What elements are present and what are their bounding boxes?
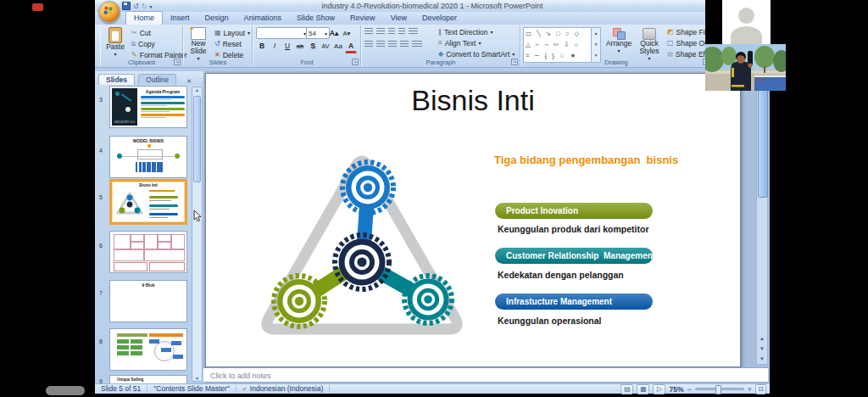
qat-dropdown-icon[interactable]: ▾ <box>149 3 152 9</box>
group-label-drawing: Drawing <box>521 59 711 66</box>
normal-view-button[interactable]: ▤ <box>620 384 633 394</box>
font-color-button[interactable]: A <box>345 40 357 53</box>
pill-product-inovation[interactable]: Product Inovation <box>495 203 653 219</box>
video-call-overlay <box>705 0 786 91</box>
zoom-in-icon[interactable]: + <box>748 385 752 394</box>
text-shadow-button[interactable]: S <box>307 40 319 52</box>
new-slide-button[interactable]: New Slide ▾ <box>186 27 211 63</box>
font-size-combo[interactable]: 54▾ <box>306 27 330 39</box>
slide-scrollbar-thumb[interactable] <box>758 89 768 198</box>
language-status[interactable]: ✓ Indonesian (Indonesia) <box>236 385 330 393</box>
slide-thumbnail-5-selected[interactable]: Bisnis Inti <box>109 179 187 225</box>
desc-product-inovation[interactable]: Keunggulan produk dari kompetitor <box>498 224 649 234</box>
group-label-slides: Slides <box>184 59 252 66</box>
slide-title[interactable]: Bisnis Inti <box>206 84 740 117</box>
tab-developer[interactable]: Developer <box>415 12 465 25</box>
next-slide-icon[interactable]: ▼ <box>757 344 767 354</box>
justify-icon[interactable] <box>400 41 409 48</box>
fit-to-window-icon[interactable]: ⊡ <box>755 384 766 394</box>
slide-scrollbar[interactable]: ▲ ▲ ▼ ▼ <box>756 73 768 365</box>
tab-design[interactable]: Design <box>198 12 236 25</box>
participant-avatar-tile[interactable] <box>722 0 771 44</box>
slideshow-button[interactable]: ▷ <box>653 384 665 394</box>
clipboard-dialog-launcher-icon[interactable]: ↘ <box>174 59 181 65</box>
increase-indent-icon[interactable] <box>398 28 405 35</box>
shapes-scrollbar[interactable]: ▲▼▼ <box>591 27 601 63</box>
save-icon[interactable] <box>122 2 131 10</box>
tab-home[interactable]: Home <box>125 11 163 25</box>
align-right-icon[interactable] <box>388 41 397 48</box>
scroll-down-icon[interactable]: ▼ <box>757 355 767 364</box>
strikethrough-button[interactable]: ab <box>294 40 306 52</box>
zoom-level: 75% <box>669 385 683 394</box>
office-button[interactable] <box>98 1 120 23</box>
slide-thumbnail-6[interactable] <box>109 231 187 273</box>
slide-subheading[interactable]: Tiga bidang pengembangan bisnis <box>494 154 678 166</box>
italic-button[interactable]: I <box>269 40 281 52</box>
zoom-slider[interactable] <box>695 388 744 390</box>
pill-infrastructure[interactable]: Infrastucture Management <box>495 294 653 310</box>
reset-button[interactable]: ↺ Reset <box>213 38 252 49</box>
slides-panel: Slides Outline ✕ 3 INDUSTRY 4.0 Agenda P… <box>95 71 204 383</box>
notes-pane[interactable]: Click to add notes <box>203 367 768 383</box>
align-center-icon[interactable] <box>376 41 385 48</box>
previous-slide-icon[interactable]: ▲ <box>757 334 767 344</box>
zoom-out-icon[interactable]: − <box>687 385 691 394</box>
slide-thumbnail-8[interactable] <box>109 328 187 371</box>
layout-button[interactable]: ▦ Layout ▾ <box>213 27 252 38</box>
quick-styles-button[interactable]: Quick Styles ▾ <box>635 28 664 63</box>
shapes-gallery[interactable]: ▭ ╲ ↘ □ ○ ◇ △ ⌐ ¬ ⇦ ⇩ ⌂ ≈ ∼ { } ☆ ★ <box>523 27 594 63</box>
copy-button[interactable]: ⧉ Copy <box>130 38 189 49</box>
tab-insert[interactable]: Insert <box>163 12 198 25</box>
undo-icon[interactable]: ↺ <box>133 3 139 10</box>
zoom-slider-thumb[interactable] <box>715 385 721 394</box>
window-title: industry 4.0-Revolution-biomedical 2020 … <box>321 2 542 10</box>
paste-dropdown-icon[interactable]: ▾ <box>114 51 116 59</box>
tab-review[interactable]: Review <box>342 12 383 25</box>
tab-outline[interactable]: Outline <box>138 74 176 85</box>
slide-master-name: "Contents Slide Master" <box>147 385 236 393</box>
tab-slide-show[interactable]: Slide Show <box>289 12 342 25</box>
tab-animations[interactable]: Animations <box>236 12 290 25</box>
grow-font-button[interactable]: A▴ <box>328 27 340 39</box>
slide-sorter-button[interactable]: ▦ <box>637 384 649 394</box>
gear-triangle-diagram[interactable] <box>247 138 477 347</box>
thumb3-title: Agenda Program <box>141 89 185 94</box>
participant-video-tile[interactable] <box>705 44 786 91</box>
text-direction-button[interactable]: ∥ Text Direction ▾ <box>437 26 516 37</box>
numbering-icon[interactable] <box>376 28 385 35</box>
shrink-font-button[interactable]: A▾ <box>341 27 353 39</box>
bold-button[interactable]: B <box>256 40 268 52</box>
paste-button[interactable]: Paste ▾ <box>103 27 127 59</box>
paragraph-dialog-launcher-icon[interactable]: ↘ <box>511 59 518 65</box>
recording-indicator-icon <box>32 3 43 11</box>
pill-customer-relationship[interactable]: Customer Relationship Management <box>495 248 653 264</box>
tab-slides-thumbnails[interactable]: Slides <box>98 74 135 85</box>
bullets-icon[interactable] <box>364 28 373 35</box>
decrease-indent-icon[interactable] <box>388 28 395 35</box>
slide-thumbnail-4[interactable]: MODEL BISNIS <box>109 136 187 178</box>
change-case-button[interactable]: Aa <box>332 40 344 52</box>
font-dialog-launcher-icon[interactable]: ↘ <box>352 59 359 65</box>
slide-thumbnail-9[interactable]: Unique Selling <box>109 375 187 383</box>
desc-infrastructure[interactable]: Keunggulan operasional <box>498 316 602 326</box>
slide-canvas[interactable]: Bisnis Inti <box>205 73 741 367</box>
arrange-button[interactable]: Arrange ▾ <box>604 28 633 55</box>
align-text-button[interactable]: ≡ Align Text ▾ <box>437 37 516 48</box>
columns-icon[interactable] <box>412 41 422 48</box>
tab-view[interactable]: View <box>383 12 415 25</box>
slides-panel-scrollbar-thumb[interactable] <box>193 96 201 182</box>
font-name-combo[interactable]: ▾ <box>256 27 309 39</box>
character-spacing-button[interactable]: AV <box>320 40 331 52</box>
panel-close-icon[interactable]: ✕ <box>186 78 192 85</box>
group-paragraph: ∥ Text Direction ▾ ≡ Align Text ▾ ◆ Conv… <box>361 25 520 66</box>
align-left-icon[interactable] <box>364 41 373 48</box>
line-spacing-icon[interactable] <box>409 28 418 35</box>
slide-thumbnail-3[interactable]: INDUSTRY 4.0 Agenda Program <box>109 86 187 128</box>
cut-button[interactable]: ✂ Cut <box>130 27 189 38</box>
slides-panel-scrollbar[interactable]: ▲ ▼ <box>192 87 203 382</box>
redo-icon[interactable]: ↻ <box>142 3 147 10</box>
slide-thumbnail-7[interactable]: 9 Blok <box>109 280 187 322</box>
desc-customer-relationship[interactable]: Kedekatan dengan pelanggan <box>498 270 624 280</box>
underline-button[interactable]: U <box>281 40 293 52</box>
